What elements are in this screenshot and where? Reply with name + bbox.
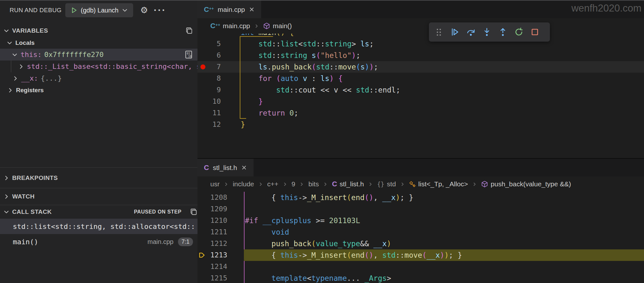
line-number[interactable]: 1210 <box>197 215 227 226</box>
watch-section-header[interactable]: WATCH <box>0 188 197 205</box>
code-text[interactable]: std::list<std::string> ls; <box>241 38 374 50</box>
breadcrumb-separator-icon <box>323 182 328 187</box>
locals-scope-row[interactable]: Locals <box>0 37 197 49</box>
variable-row-list-base[interactable]: std::_List_base<std::basic_string<char, … <box>0 61 197 72</box>
breadcrumb-item[interactable]: push_back(value_type &&) <box>481 180 571 188</box>
code-text[interactable]: int main() { <box>241 34 294 38</box>
line-number[interactable]: 1212 <box>197 238 227 249</box>
variables-section-header[interactable]: VARIABLES <box>0 25 197 37</box>
stop-button[interactable] <box>527 24 543 40</box>
collapse-variables-icon[interactable] <box>185 27 193 35</box>
chevron-right-icon[interactable] <box>3 175 10 181</box>
line-number[interactable]: 1209 <box>197 203 227 215</box>
breakpoint-icon[interactable] <box>199 63 206 70</box>
breadcrumb-item[interactable]: C++main.cpp <box>210 22 250 30</box>
breadcrumb-item[interactable]: Cstl_list.h <box>332 180 364 188</box>
line-number[interactable]: 10 <box>197 96 221 107</box>
breadcrumb-separator-icon <box>472 182 477 187</box>
launch-config-label: (gdb) Launch <box>81 7 118 14</box>
callstack-section-header[interactable]: CALL STACK PAUSED ON STEP <box>0 205 197 219</box>
code-text[interactable]: for (auto v : ls) { <box>241 73 343 84</box>
chevron-right-icon[interactable] <box>12 75 19 82</box>
stack-frame-row[interactable]: main() main.cpp 7:1 <box>0 234 197 249</box>
code-text[interactable]: } <box>241 119 245 130</box>
breadcrumb-separator-icon <box>400 182 405 187</box>
line-number[interactable]: 12 <box>197 119 221 130</box>
code-line: 9 std::cout << v << std::endl; <box>197 84 644 96</box>
line-number[interactable]: 1215 <box>197 272 227 283</box>
code-text[interactable]: push_back(value_type&& __x) <box>245 238 391 249</box>
code-line: int main() { <box>197 34 644 38</box>
play-icon[interactable] <box>70 7 77 14</box>
code-line: 1208 { this->_M_insert(end(), __x); } <box>197 192 644 203</box>
run-and-debug-sidebar: RUN AND DEBUG (gdb) Launch ⚙ ··· VARIABL… <box>0 1 197 283</box>
code-line: 1211 void <box>197 226 644 238</box>
continue-button[interactable] <box>447 24 463 40</box>
code-text[interactable]: ls.push_back(std::move(s)); <box>241 61 378 73</box>
svg-text:10: 10 <box>188 55 192 58</box>
gear-icon[interactable]: ⚙ <box>140 5 148 15</box>
more-actions-icon[interactable]: ··· <box>154 5 166 16</box>
code-text[interactable]: void <box>245 226 289 238</box>
tab-main-cpp[interactable]: C++ main.cpp <box>197 1 261 18</box>
chevron-down-icon[interactable] <box>12 52 18 58</box>
code-text[interactable]: std::string s("hello"); <box>241 50 360 61</box>
step-into-button[interactable] <box>479 24 495 40</box>
breadcrumb-item[interactable]: 9 <box>292 180 295 188</box>
line-number[interactable]: 1211 <box>197 226 227 238</box>
code-text[interactable]: } <box>241 96 263 107</box>
breadcrumb-label: bits <box>308 180 319 188</box>
chevron-down-icon[interactable] <box>122 7 128 13</box>
breadcrumb-item[interactable]: usr <box>210 180 220 188</box>
line-number[interactable]: 1208 <box>197 192 227 203</box>
registers-scope-row[interactable]: Registers <box>0 84 197 96</box>
breadcrumb-item[interactable]: include <box>233 180 254 188</box>
restart-button[interactable] <box>511 24 527 40</box>
line-number[interactable]: 8 <box>197 73 221 84</box>
line-number[interactable]: 9 <box>197 84 221 96</box>
code-text[interactable]: { this->_M_insert(end(), __x); } <box>245 192 413 203</box>
breadcrumb-item[interactable]: main() <box>263 22 292 30</box>
line-number[interactable]: 5 <box>197 38 221 50</box>
code-text[interactable]: { this->_M_insert(end(), std::move(__x))… <box>245 249 462 261</box>
step-out-button[interactable] <box>495 24 511 40</box>
line-number[interactable]: 11 <box>197 107 221 119</box>
indent-guide-vertical <box>244 192 245 283</box>
locals-label: Locals <box>15 39 35 46</box>
breadcrumb-item[interactable]: bits <box>308 180 319 188</box>
breakpoints-section-header[interactable]: BREAKPOINTS <box>0 167 197 188</box>
chevron-down-icon[interactable] <box>6 40 13 46</box>
chevron-right-icon[interactable] <box>3 193 10 200</box>
stack-frame-row[interactable]: std::list<std::string, std::allocator<st… <box>0 219 197 234</box>
variable-name: this: <box>20 51 42 59</box>
variable-row-x[interactable]: __x: {...} <box>0 72 197 84</box>
variable-row-this[interactable]: this: 0x7fffffffe270 0110 <box>0 49 197 61</box>
close-icon[interactable] <box>249 6 255 12</box>
chevron-right-icon[interactable] <box>18 63 24 70</box>
binary-format-icon[interactable]: 0110 <box>184 50 193 59</box>
code-text[interactable]: std::cout << v << std::endl; <box>241 84 400 96</box>
breadcrumb-item[interactable]: {}std <box>377 180 396 188</box>
line-number[interactable]: 6 <box>197 50 221 61</box>
breadcrumb-label: 9 <box>292 180 295 188</box>
code-text[interactable]: template<typename... _Args> <box>245 272 391 283</box>
tab-stl-list-h[interactable]: C stl_list.h <box>197 159 254 176</box>
chevron-right-icon[interactable] <box>7 87 13 93</box>
class-icon <box>409 181 416 188</box>
callstack-copy-icon[interactable] <box>190 208 197 216</box>
code-area-main-cpp: int main() {5 std::list<std::string> ls;… <box>197 34 644 130</box>
step-over-button[interactable] <box>463 24 479 40</box>
code-text[interactable]: #if __cplusplus >= 201103L <box>245 215 360 226</box>
editor-pane-main-cpp: C++ main.cpp C++main.cppmain() int main(… <box>197 1 644 159</box>
chevron-down-icon[interactable] <box>3 28 10 34</box>
breadcrumb-item[interactable]: list<_Tp, _Alloc> <box>409 180 468 188</box>
line-number[interactable]: 1214 <box>197 261 227 272</box>
toolbar-drag-handle[interactable] <box>431 24 447 40</box>
launch-config-button[interactable]: (gdb) Launch <box>65 3 133 17</box>
close-icon[interactable] <box>241 165 247 171</box>
chevron-down-icon[interactable] <box>3 209 10 215</box>
editor-group: C++ main.cpp C++main.cppmain() int main(… <box>197 1 644 283</box>
breadcrumb-separator-icon <box>224 182 229 187</box>
breadcrumb-item[interactable]: c++ <box>267 180 278 188</box>
code-text[interactable]: return 0; <box>241 107 298 119</box>
